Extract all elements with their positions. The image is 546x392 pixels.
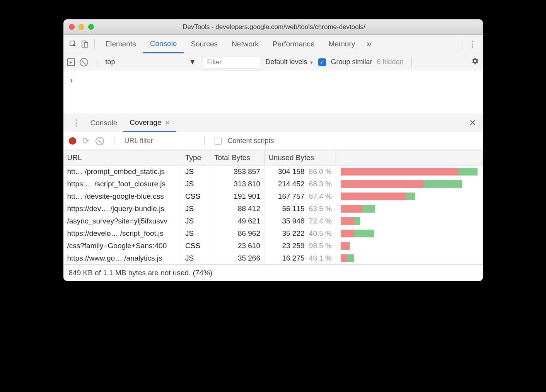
tabs-overflow-button[interactable]: » [362,39,376,49]
table-row[interactable]: /async_survey?site=ylj5ifxusvvJS49 62135… [63,215,483,227]
chevron-down-icon: ▼ [189,58,196,66]
group-similar-label: Group similar [331,58,372,66]
cell-total: 23 610 [210,240,264,252]
titlebar: DevTools - developers.google.com/web/too… [63,19,483,35]
cell-type: JS [181,215,210,227]
coverage-toolbar: ⟳ Content scripts [63,132,483,150]
cell-unused: 35 948 72.4 % [264,215,336,227]
url-filter-input[interactable] [125,137,194,145]
col-total[interactable]: Total Bytes [210,150,264,165]
cell-bar [336,240,483,252]
cell-url: https:… /script_foot_closure.js [63,178,181,190]
cell-unused: 35 222 40.5 % [264,227,336,240]
cell-bar [336,178,483,190]
cell-url: /css?family=Google+Sans:400 [63,240,181,252]
chevron-down-icon: ▼ [309,60,314,65]
group-similar-checkbox[interactable]: ✓ [318,58,326,66]
cell-total: 49 621 [210,215,264,227]
cell-type: JS [181,252,210,264]
context-value: top [106,58,115,66]
clear-console-icon[interactable] [80,58,88,66]
table-row[interactable]: /css?family=Google+Sans:400CSS23 61023 2… [63,240,483,252]
cell-total: 313 810 [210,178,264,190]
console-toolbar: top ▼ Default levels ▼ ✓ Group similar 6… [63,53,483,71]
cell-total: 88 412 [210,203,264,215]
divider [204,136,205,146]
cell-type: CSS [181,190,210,203]
cell-bar [336,252,483,264]
table-row[interactable]: htt… /prompt_embed_static.jsJS353 857304… [63,165,483,178]
cell-unused: 56 115 63.5 % [264,203,336,215]
cell-unused: 304 158 86.0 % [264,165,336,178]
console-filter-input[interactable] [203,56,261,68]
cell-url: htt… /devsite-google-blue.css [63,190,181,203]
reload-icon[interactable]: ⟳ [82,136,89,146]
content-scripts-label: Content scripts [228,137,274,145]
hidden-count[interactable]: 6 hidden [377,58,404,66]
show-sidebar-icon[interactable] [67,58,75,66]
divider [94,39,95,49]
inspect-element-icon[interactable] [67,38,79,50]
cell-type: JS [181,203,210,215]
cell-bar [336,215,483,227]
drawer-tab-coverage[interactable]: Coverage ✕ [123,114,176,132]
cell-total: 353 857 [210,165,264,178]
col-type[interactable]: Type [181,150,210,165]
tab-network[interactable]: Network [225,35,266,53]
cell-url: https://www.go… /analytics.js [63,252,181,264]
divider [114,136,114,146]
clear-coverage-icon[interactable] [96,137,104,145]
main-tabs: Elements Console Sources Network Perform… [63,35,483,53]
tab-console[interactable]: Console [143,35,184,53]
cell-type: JS [181,178,210,190]
cell-unused: 167 757 87.4 % [264,190,336,203]
cell-bar [336,190,483,203]
table-row[interactable]: htt… /devsite-google-blue.cssCSS191 9011… [63,190,483,203]
cell-type: CSS [181,240,210,252]
console-output[interactable]: › [63,71,483,114]
window-title: DevTools - developers.google.com/web/too… [71,23,478,31]
cell-type: JS [181,165,210,178]
cell-type: JS [181,227,210,240]
cell-total: 35 266 [210,252,264,264]
divider [462,39,462,49]
console-settings-icon[interactable] [471,57,479,67]
cell-unused: 214 452 68.3 % [264,178,336,190]
divider [411,57,412,67]
content-scripts-checkbox[interactable] [215,138,222,145]
tab-memory[interactable]: Memory [322,35,362,53]
cell-unused: 23 259 98.5 % [264,240,336,252]
drawer-tab-console[interactable]: Console [84,114,124,132]
context-selector[interactable]: top ▼ [106,58,198,66]
col-url[interactable]: URL [63,150,181,165]
table-row[interactable]: https:… /script_foot_closure.jsJS313 810… [63,178,483,190]
device-toolbar-icon[interactable] [79,38,90,50]
tab-performance[interactable]: Performance [266,35,322,53]
coverage-status: 849 KB of 1.1 MB bytes are not used. (74… [63,264,483,281]
divider [97,57,97,67]
tab-elements[interactable]: Elements [99,35,143,53]
devtools-window: DevTools - developers.google.com/web/too… [63,19,483,281]
table-row[interactable]: https://develo… /script_foot.jsJS86 9623… [63,227,483,240]
close-drawer-icon[interactable]: ✕ [467,118,478,128]
tab-sources[interactable]: Sources [184,35,225,53]
coverage-table: URL Type Total Bytes Unused Bytes htt… /… [63,150,483,264]
cell-url: https://develo… /script_foot.js [63,227,181,240]
cell-url: htt… /prompt_embed_static.js [63,165,181,178]
record-button[interactable] [69,137,76,145]
close-tab-icon[interactable]: ✕ [165,119,170,126]
cell-url: /async_survey?site=ylj5ifxusvv [63,215,181,227]
levels-selector[interactable]: Default levels ▼ [266,58,314,66]
cell-bar [336,227,483,240]
drawer-tabs: ⋮ Console Coverage ✕ ✕ [63,114,483,132]
cell-unused: 16 275 46.1 % [264,252,336,264]
table-row[interactable]: https://dev… /jquery-bundle.jsJS88 41256… [63,203,483,215]
cell-bar [336,203,483,215]
col-unused[interactable]: Unused Bytes [264,150,336,165]
console-prompt-icon: › [70,76,73,84]
main-menu-button[interactable]: ⋮ [466,39,479,49]
table-row[interactable]: https://www.go… /analytics.jsJS35 26616 … [63,252,483,264]
drawer-menu-button[interactable]: ⋮ [68,118,84,128]
col-bar[interactable] [336,150,483,165]
cell-bar [336,165,483,178]
